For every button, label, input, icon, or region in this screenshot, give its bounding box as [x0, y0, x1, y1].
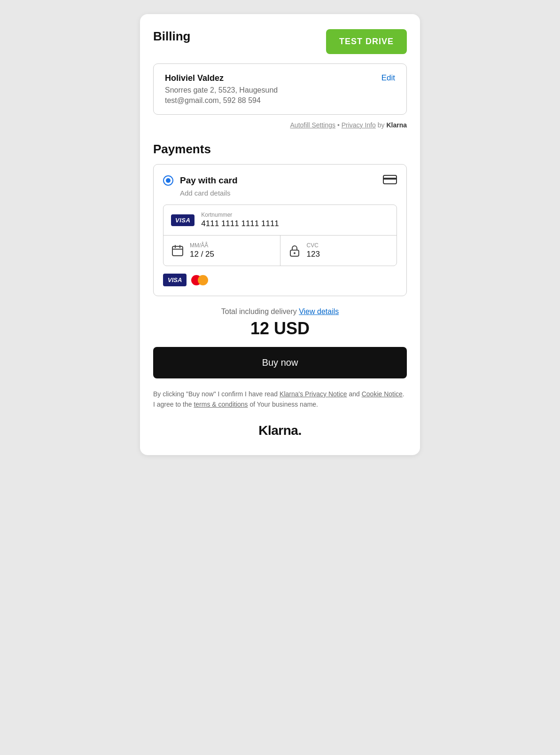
legal-and-text: and	[347, 390, 362, 398]
view-details-button[interactable]: View details	[299, 307, 339, 316]
card-logos: VISA	[163, 274, 397, 286]
mastercard-orange-circle	[198, 275, 208, 285]
cvc-value: 123	[307, 250, 320, 259]
privacy-notice-link[interactable]: Klarna's Privacy Notice	[280, 390, 347, 398]
expiry-content: MM/ÅÅ 12 / 25	[190, 242, 214, 259]
pay-with-card-label: Pay with card	[180, 175, 238, 186]
card-bottom-row: MM/ÅÅ 12 / 25 CVC 123	[163, 236, 397, 266]
autofill-row: Autofill Settings • Privacy Info by Klar…	[153, 121, 407, 129]
autofill-by-text: by	[378, 121, 387, 129]
edit-button[interactable]: Edit	[381, 73, 395, 83]
buy-now-button[interactable]: Buy now	[153, 347, 407, 378]
pay-with-card-radio[interactable]	[163, 175, 173, 186]
expiry-value: 12 / 25	[190, 250, 214, 259]
total-section: Total including delivery View details 12…	[153, 307, 407, 338]
mastercard-logo	[191, 274, 209, 286]
billing-name: Holiviel Valdez	[165, 73, 395, 83]
autofill-klarna-label: Klarna	[386, 121, 407, 129]
legal-text-end: of Your business name.	[248, 401, 318, 408]
expiry-label: MM/ÅÅ	[190, 242, 214, 249]
card-cvc-field[interactable]: CVC 123	[280, 236, 397, 266]
total-including-delivery-text: Total including delivery	[221, 307, 297, 315]
legal-text-before: By clicking "Buy now" I confirm I have r…	[153, 390, 280, 398]
billing-info-box: Holiviel Valdez Snorres gate 2, 5523, Ha…	[153, 63, 407, 115]
calendar-icon	[171, 244, 184, 257]
autofill-settings-link[interactable]: Autofill Settings	[290, 121, 336, 129]
payments-title: Payments	[153, 142, 407, 157]
card-icon	[383, 174, 397, 187]
card-number-row[interactable]: VISA Kortnummer 4111 1111 1111 1111	[163, 205, 397, 236]
test-drive-button[interactable]: TEST DRIVE	[326, 29, 407, 54]
card-number-label: Kortnummer	[201, 212, 389, 218]
privacy-info-link[interactable]: Privacy Info	[342, 121, 376, 129]
klarna-wordmark: Klarna.	[258, 423, 301, 438]
add-card-details-text: Add card details	[180, 189, 397, 197]
billing-contact: test@gmail.com, 592 88 594	[165, 96, 395, 105]
svg-rect-2	[172, 246, 183, 256]
billing-address: Snorres gate 2, 5523, Haugesund	[165, 86, 395, 94]
card-form: VISA Kortnummer 4111 1111 1111 1111	[163, 204, 397, 266]
cvc-label: CVC	[307, 242, 320, 249]
radio-dot	[166, 178, 171, 183]
terms-conditions-link[interactable]: terms & conditions	[194, 401, 248, 408]
billing-title: Billing	[153, 29, 190, 44]
card-expiry-field[interactable]: MM/ÅÅ 12 / 25	[163, 236, 280, 266]
card-number-value: 4111 1111 1111 1111	[201, 219, 389, 228]
svg-rect-1	[383, 178, 397, 180]
cookie-notice-link[interactable]: Cookie Notice	[362, 390, 403, 398]
visa-logo: VISA	[163, 274, 187, 286]
legal-text: By clicking "Buy now" I confirm I have r…	[153, 389, 407, 410]
payment-header-left: Pay with card	[163, 175, 238, 186]
payment-header: Pay with card	[163, 174, 397, 187]
lock-icon	[288, 244, 301, 257]
card-number-content: Kortnummer 4111 1111 1111 1111	[201, 212, 389, 228]
visa-badge-card-number: VISA	[171, 214, 194, 226]
total-amount: 12 USD	[153, 319, 407, 338]
total-label: Total including delivery View details	[153, 307, 407, 316]
payment-box: Pay with card Add card details VISA Kort…	[153, 164, 407, 296]
cvc-content: CVC 123	[307, 242, 320, 259]
autofill-separator: •	[337, 121, 340, 129]
svg-point-7	[294, 252, 296, 254]
klarna-footer: Klarna.	[153, 423, 407, 438]
header-row: Billing TEST DRIVE	[153, 29, 407, 54]
